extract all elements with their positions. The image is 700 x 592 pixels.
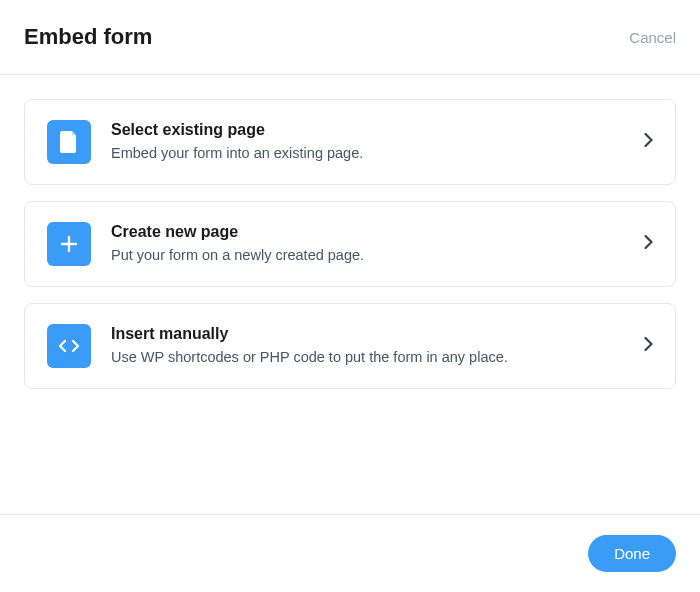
- cancel-button[interactable]: Cancel: [629, 29, 676, 46]
- option-title: Create new page: [111, 223, 624, 241]
- option-text: Select existing page Embed your form int…: [111, 121, 624, 163]
- option-create-new-page[interactable]: Create new page Put your form on a newly…: [24, 201, 676, 287]
- modal-footer: Done: [0, 514, 700, 592]
- plus-icon: [47, 222, 91, 266]
- option-insert-manually[interactable]: Insert manually Use WP shortcodes or PHP…: [24, 303, 676, 389]
- option-text: Insert manually Use WP shortcodes or PHP…: [111, 325, 624, 367]
- option-description: Use WP shortcodes or PHP code to put the…: [111, 347, 624, 367]
- chevron-right-icon: [644, 337, 653, 355]
- option-title: Insert manually: [111, 325, 624, 343]
- modal-title: Embed form: [24, 24, 152, 50]
- options-list: Select existing page Embed your form int…: [0, 75, 700, 413]
- page-icon: [47, 120, 91, 164]
- chevron-right-icon: [644, 235, 653, 253]
- option-description: Put your form on a newly created page.: [111, 245, 624, 265]
- done-button[interactable]: Done: [588, 535, 676, 572]
- option-text: Create new page Put your form on a newly…: [111, 223, 624, 265]
- option-description: Embed your form into an existing page.: [111, 143, 624, 163]
- option-select-existing-page[interactable]: Select existing page Embed your form int…: [24, 99, 676, 185]
- option-title: Select existing page: [111, 121, 624, 139]
- modal-header: Embed form Cancel: [0, 0, 700, 74]
- code-icon: [47, 324, 91, 368]
- chevron-right-icon: [644, 133, 653, 151]
